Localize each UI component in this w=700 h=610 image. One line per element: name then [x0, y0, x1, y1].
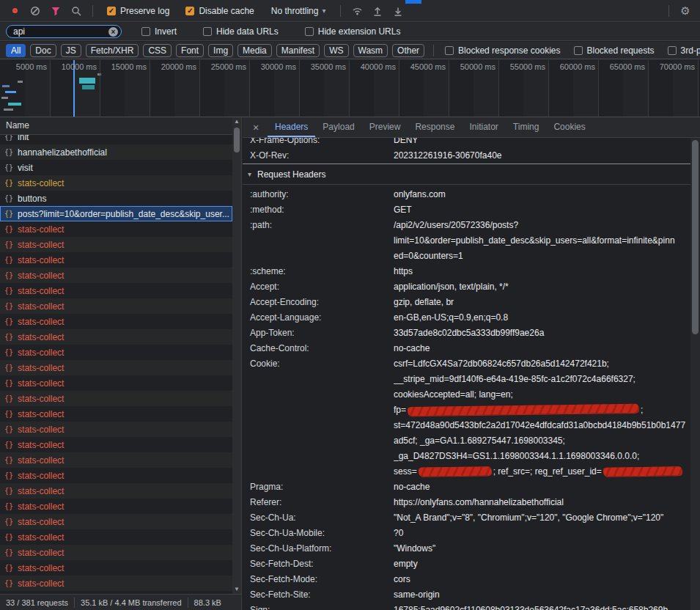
- filter-input[interactable]: api ×: [6, 25, 122, 38]
- filter-toggle-button[interactable]: [47, 2, 65, 20]
- type-filter-wasm[interactable]: Wasm: [353, 44, 388, 57]
- detail-scrollbar[interactable]: [690, 138, 700, 610]
- request-row[interactable]: {}visit: [0, 160, 232, 175]
- type-filter-font[interactable]: Font: [176, 44, 204, 57]
- clear-filter-icon[interactable]: ×: [108, 27, 118, 37]
- request-row[interactable]: {}stats-collect: [0, 360, 232, 375]
- request-name: stats-collect: [18, 501, 229, 512]
- request-row[interactable]: {}stats-collect: [0, 314, 232, 329]
- request-row[interactable]: {}stats-collect: [0, 406, 232, 422]
- headers-detail-pane[interactable]: X-Frame-Options:DENYX-Of-Rev:20231226191…: [243, 138, 690, 610]
- request-row[interactable]: {}stats-collect: [0, 422, 232, 437]
- request-row[interactable]: {}buttons: [0, 191, 232, 206]
- scrollbar-thumb[interactable]: [234, 128, 240, 152]
- tab-preview[interactable]: Preview: [362, 117, 408, 137]
- filter-checkbox-blocked-requests[interactable]: Blocked requests: [574, 45, 655, 56]
- header-name: :path:: [250, 218, 394, 233]
- request-headers-section-toggle[interactable]: ▾ Request Headers: [243, 164, 690, 185]
- tab-timing[interactable]: Timing: [506, 117, 547, 137]
- request-row[interactable]: {}stats-collect: [0, 499, 232, 514]
- request-row[interactable]: {}stats-collect: [0, 268, 232, 283]
- header-value: /api2/v2/users/20572336/posts?limit=10&o…: [394, 218, 690, 264]
- hide-extension-urls-checkbox[interactable]: Hide extension URLs: [305, 26, 401, 37]
- scroll-down-icon[interactable]: ▼: [232, 585, 241, 594]
- type-filter-js[interactable]: JS: [61, 44, 81, 57]
- tab-initiator[interactable]: Initiator: [462, 117, 505, 137]
- close-detail-icon[interactable]: ×: [250, 117, 262, 137]
- header-value-text: fp=: [394, 405, 406, 415]
- request-type-icon: {}: [4, 287, 13, 295]
- request-row[interactable]: {}init: [0, 135, 232, 144]
- type-filter-manifest[interactable]: Manifest: [276, 44, 320, 57]
- request-row[interactable]: {}stats-collect: [0, 468, 232, 483]
- type-filter-ws[interactable]: WS: [324, 44, 348, 57]
- request-row[interactable]: {}stats-collect: [0, 329, 232, 345]
- header-row: Sec-Fetch-Mode:cors: [250, 572, 690, 587]
- timeline-overview[interactable]: 5000 ms10000 ms15000 ms20000 ms25000 ms3…: [0, 60, 700, 117]
- request-row[interactable]: {}stats-collect: [0, 560, 232, 576]
- preserve-log-checkbox[interactable]: ✓ Preserve log: [107, 6, 169, 16]
- request-row[interactable]: {}stats-collect: [0, 514, 232, 529]
- request-row[interactable]: {}stats-collect: [0, 452, 232, 468]
- request-row[interactable]: {}stats-collect: [0, 252, 232, 268]
- tab-response[interactable]: Response: [408, 117, 462, 137]
- request-row[interactable]: {}stats-collect: [0, 298, 232, 314]
- tab-cookies[interactable]: Cookies: [546, 117, 592, 137]
- request-type-icon: {}: [4, 487, 13, 495]
- tab-headers[interactable]: Headers: [268, 117, 315, 137]
- request-row[interactable]: {}posts?limit=10&order=publish_date_desc…: [0, 206, 232, 221]
- request-row[interactable]: {}stats-collect: [0, 345, 232, 360]
- name-column-header[interactable]: Name: [0, 117, 241, 135]
- header-row: Sign:16785:5aad9602cf110608b03133de56364…: [250, 603, 690, 610]
- filter-checkbox-3rd-party-requests[interactable]: 3rd-party requests: [668, 45, 700, 56]
- checkbox-unchecked-icon: [574, 46, 583, 55]
- record-button[interactable]: [6, 2, 23, 20]
- hide-data-urls-checkbox[interactable]: Hide data URLs: [203, 26, 279, 37]
- header-value: "Not_A Brand";v="8", "Chromium";v="120",…: [394, 510, 690, 526]
- request-row[interactable]: {}stats-collect: [0, 175, 232, 191]
- disable-cache-checkbox[interactable]: ✓ Disable cache: [185, 6, 254, 16]
- header-value: empty: [394, 556, 690, 572]
- settings-gear-icon[interactable]: ⚙: [677, 2, 694, 20]
- request-type-icon: {}: [4, 410, 13, 418]
- request-row[interactable]: {}stats-collect: [0, 391, 232, 406]
- throttling-dropdown[interactable]: No throttling ▾: [271, 6, 326, 16]
- request-name: stats-collect: [18, 332, 229, 342]
- type-filter-css[interactable]: CSS: [143, 44, 172, 57]
- filter-bar: api × Invert Hide data URLs Hide extensi…: [0, 23, 700, 41]
- type-filter-media[interactable]: Media: [237, 44, 272, 57]
- request-row[interactable]: {}stats-collect: [0, 437, 232, 452]
- scroll-up-icon[interactable]: ▲: [232, 117, 241, 126]
- type-filter-fetch-xhr[interactable]: Fetch/XHR: [86, 44, 139, 57]
- request-row[interactable]: {}stats-collect: [0, 529, 232, 545]
- network-conditions-button[interactable]: [348, 2, 366, 20]
- invert-checkbox[interactable]: Invert: [141, 26, 177, 37]
- type-filter-doc[interactable]: Doc: [30, 44, 56, 57]
- request-row[interactable]: {}stats-collect: [0, 576, 232, 591]
- request-name: stats-collect: [18, 517, 229, 527]
- request-name: stats-collect: [18, 178, 229, 188]
- timeline-gridline: [299, 60, 300, 117]
- list-scrollbar[interactable]: ▲ ▼: [232, 117, 241, 594]
- type-filter-all[interactable]: All: [6, 44, 26, 57]
- clear-button[interactable]: [26, 2, 44, 20]
- type-filter-img[interactable]: Img: [208, 44, 233, 57]
- export-har-button[interactable]: [389, 2, 407, 20]
- header-value-line: ed=0&counters=1: [394, 249, 690, 264]
- request-row[interactable]: {}stats-collect: [0, 483, 232, 499]
- type-filter-other[interactable]: Other: [392, 44, 424, 57]
- request-name: posts?limit=10&order=publish_date_desc&s…: [18, 209, 229, 219]
- request-row[interactable]: {}stats-collect: [0, 237, 232, 252]
- request-row[interactable]: {}stats-collect: [0, 375, 232, 391]
- scrollbar-thumb[interactable]: [692, 140, 699, 334]
- request-row[interactable]: {}stats-collect: [0, 283, 232, 298]
- header-value: cors: [394, 572, 690, 587]
- request-name: stats-collect: [18, 486, 229, 496]
- request-row[interactable]: {}stats-collect: [0, 221, 232, 237]
- filter-checkbox-blocked-response-cookies[interactable]: Blocked response cookies: [445, 45, 560, 56]
- tab-payload[interactable]: Payload: [315, 117, 361, 137]
- request-row[interactable]: {}stats-collect: [0, 545, 232, 560]
- request-row[interactable]: {}hannahelizabethofficial: [0, 144, 232, 160]
- import-har-button[interactable]: [369, 2, 386, 20]
- search-button[interactable]: [67, 2, 85, 20]
